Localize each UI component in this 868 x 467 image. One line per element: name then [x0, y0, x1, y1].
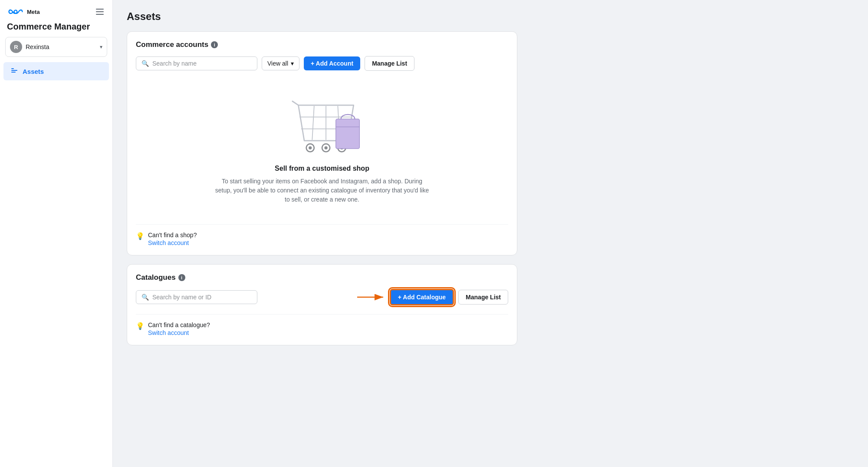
- app-title: Commerce Manager: [0, 20, 112, 37]
- add-account-button-label: + Add Account: [311, 60, 353, 67]
- commerce-accounts-search-box[interactable]: 🔍: [136, 56, 257, 70]
- commerce-accounts-toolbar: 🔍 View all ▾ + Add Account Manage List: [136, 56, 508, 71]
- catalogues-help-row: 💡 Can't find a catalogue? Switch account: [136, 314, 508, 336]
- page-title: Assets: [127, 10, 854, 23]
- catalogues-toolbar: 🔍 + Add Catalogue Manage: [136, 289, 508, 305]
- hamburger-line-2: [96, 11, 104, 12]
- catalogues-manage-list-label: Manage List: [466, 294, 501, 301]
- svg-line-3: [312, 106, 314, 140]
- commerce-accounts-help-row: 💡 Can't find a shop? Switch account: [136, 224, 508, 246]
- catalogues-title: Catalogues: [136, 273, 176, 282]
- sidebar-item-assets-label: Assets: [23, 68, 44, 75]
- search-icon: 🔍: [141, 60, 149, 67]
- account-name: Rexinsta: [26, 43, 96, 50]
- commerce-accounts-empty-state: Sell from a customised shop To start sel…: [136, 79, 508, 217]
- catalogues-switch-account-link[interactable]: Switch account: [148, 329, 210, 336]
- view-all-dropdown[interactable]: View all ▾: [262, 56, 299, 70]
- svg-rect-14: [336, 119, 360, 149]
- add-catalogue-button[interactable]: + Add Catalogue: [390, 289, 454, 305]
- commerce-accounts-search-input[interactable]: [152, 60, 252, 67]
- hamburger-line-3: [96, 14, 104, 15]
- account-selector[interactable]: R Rexinsta ▾: [5, 37, 107, 57]
- avatar: R: [10, 41, 22, 53]
- manage-list-button[interactable]: Manage List: [365, 56, 414, 71]
- empty-state-title: Sell from a customised shop: [275, 165, 369, 172]
- add-catalogue-button-label: + Add Catalogue: [398, 294, 446, 301]
- commerce-accounts-card: Commerce accounts i 🔍 View all ▾ + Add A…: [127, 31, 517, 255]
- switch-account-link[interactable]: Switch account: [148, 239, 197, 246]
- orange-arrow-icon: [355, 291, 390, 304]
- hamburger-button[interactable]: [94, 7, 105, 17]
- cant-find-catalogue-text: Can't find a catalogue?: [148, 321, 210, 328]
- svg-point-11: [324, 146, 327, 149]
- commerce-accounts-header: Commerce accounts i: [136, 40, 508, 49]
- sidebar-item-assets[interactable]: Assets: [3, 62, 109, 80]
- svg-rect-2: [11, 72, 16, 73]
- commerce-accounts-info-icon[interactable]: i: [211, 41, 218, 48]
- catalogues-manage-list-button[interactable]: Manage List: [458, 290, 508, 305]
- cant-find-shop-text: Can't find a shop?: [148, 232, 197, 238]
- shop-illustration: [279, 88, 365, 158]
- chevron-down-icon: ▾: [100, 44, 102, 50]
- catalogues-search-box[interactable]: 🔍: [136, 290, 257, 304]
- view-all-label: View all: [267, 60, 288, 67]
- view-all-chevron-icon: ▾: [291, 60, 294, 67]
- meta-logo-text: Meta: [27, 9, 40, 15]
- svg-rect-0: [11, 68, 14, 69]
- manage-list-label: Manage List: [372, 60, 407, 67]
- catalogues-info-icon[interactable]: i: [178, 274, 185, 281]
- assets-icon: [10, 66, 18, 76]
- sidebar-header: Meta: [0, 0, 112, 20]
- bulb-icon: 💡: [136, 232, 145, 240]
- meta-logo: Meta: [7, 7, 40, 16]
- catalogues-search-input[interactable]: [152, 294, 252, 301]
- svg-rect-1: [11, 70, 17, 71]
- hamburger-line-1: [96, 9, 104, 10]
- catalogues-card: Catalogues i 🔍 + Add Cat: [127, 264, 517, 345]
- sidebar: Meta Commerce Manager R Rexinsta ▾ Asset…: [0, 0, 113, 467]
- meta-logo-icon: [7, 7, 24, 16]
- svg-point-9: [309, 146, 312, 149]
- bulb-icon-catalogues: 💡: [136, 322, 145, 330]
- search-icon-catalogues: 🔍: [141, 294, 149, 301]
- commerce-accounts-title: Commerce accounts: [136, 40, 208, 49]
- add-account-button[interactable]: + Add Account: [304, 56, 360, 70]
- add-catalogue-annotation: + Add Catalogue: [355, 289, 454, 305]
- main-content: Assets Commerce accounts i 🔍 View all ▾ …: [113, 0, 868, 467]
- catalogues-header: Catalogues i: [136, 273, 508, 282]
- empty-state-description: To start selling your items on Facebook …: [214, 177, 431, 204]
